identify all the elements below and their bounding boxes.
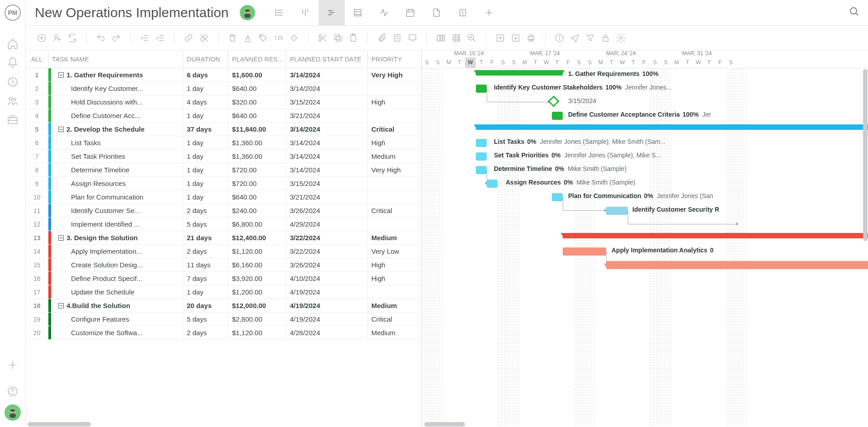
- row-start[interactable]: 3/21/2024: [286, 190, 368, 204]
- task-row[interactable]: 17Update the Schedule1 day$1,200.004/19/…: [26, 285, 421, 299]
- task-row[interactable]: 11Identify Customer Se...2 days$240.003/…: [26, 204, 421, 218]
- tb-import-icon[interactable]: [493, 31, 507, 45]
- view-tab-sheet[interactable]: [345, 0, 371, 25]
- row-priority[interactable]: High: [368, 95, 421, 109]
- summary-bar[interactable]: [563, 233, 868, 238]
- tb-unlink-icon[interactable]: [197, 31, 211, 45]
- task-row[interactable]: 7Set Task Priorities1 day$1,360.003/14/2…: [26, 150, 421, 163]
- row-priority[interactable]: High: [368, 272, 421, 285]
- tb-copy-icon[interactable]: [331, 31, 345, 45]
- view-tab-calendar[interactable]: [397, 0, 423, 25]
- tb-comment-icon[interactable]: [406, 31, 419, 45]
- gantt-row[interactable]: List Tasks0%Jennifer Jones (Sample), Mik…: [422, 136, 868, 150]
- tb-filter-icon[interactable]: [583, 31, 597, 45]
- row-cost[interactable]: $1,120.00: [228, 326, 286, 339]
- row-priority[interactable]: Critical: [368, 204, 421, 217]
- row-cost[interactable]: $1,120.00: [228, 245, 286, 258]
- tb-number-icon[interactable]: [272, 31, 285, 45]
- row-priority[interactable]: Medium: [368, 231, 421, 244]
- row-start[interactable]: 3/14/2024: [286, 163, 368, 176]
- gantt-row[interactable]: [422, 123, 868, 136]
- grid-h-scroll[interactable]: [26, 422, 421, 427]
- gantt-row[interactable]: [422, 326, 868, 340]
- row-start[interactable]: 3/14/2024: [286, 123, 368, 136]
- row-duration[interactable]: 7 days: [183, 272, 228, 285]
- gantt-row[interactable]: Determine Timeline0%Mike Smith (Sample): [422, 163, 868, 177]
- task-row[interactable]: 20Customize the Softwa...2 days$1,120.00…: [26, 326, 421, 340]
- row-start[interactable]: 3/14/2024: [286, 68, 368, 81]
- collapse-icon[interactable]: −: [58, 303, 64, 308]
- task-bar[interactable]: [487, 180, 498, 188]
- tb-textcolor-icon[interactable]: [241, 31, 255, 45]
- row-name[interactable]: Update the Schedule: [48, 285, 183, 299]
- row-priority[interactable]: High: [368, 136, 421, 149]
- row-name[interactable]: Implement Identified ...: [48, 218, 183, 231]
- task-bar[interactable]: [476, 166, 487, 174]
- row-cost[interactable]: $3,920.00: [228, 272, 286, 285]
- row-start[interactable]: 3/26/2024: [286, 204, 368, 217]
- col-start[interactable]: PLANNED START DATE: [286, 50, 368, 68]
- col-priority[interactable]: PRIORITY: [368, 50, 421, 68]
- view-tab-risk[interactable]: [450, 0, 476, 25]
- gantt-row[interactable]: 1. Gather Requirements100%: [422, 68, 868, 82]
- tb-indent-icon[interactable]: [153, 31, 167, 45]
- row-priority[interactable]: Critical: [368, 123, 421, 136]
- row-cost[interactable]: $1,360.00: [228, 136, 286, 149]
- row-duration[interactable]: 5 days: [183, 313, 228, 326]
- task-bar[interactable]: [606, 207, 628, 215]
- gantt-row[interactable]: 3/15/2024: [422, 95, 868, 109]
- row-duration[interactable]: 4 days: [183, 95, 228, 109]
- row-duration[interactable]: 21 days: [183, 231, 228, 244]
- row-cost[interactable]: $11,840.00: [228, 123, 286, 136]
- tb-undo-icon[interactable]: [94, 31, 108, 45]
- row-cost[interactable]: $2,800.00: [228, 313, 286, 326]
- row-duration[interactable]: 1 day: [183, 285, 228, 299]
- row-duration[interactable]: 11 days: [183, 258, 228, 271]
- row-duration[interactable]: 2 days: [183, 326, 228, 339]
- view-tab-board[interactable]: [292, 0, 318, 25]
- row-start[interactable]: 3/21/2024: [286, 109, 368, 122]
- gantt-row[interactable]: [422, 299, 868, 313]
- task-bar[interactable]: [476, 139, 487, 147]
- tb-clipboard-icon[interactable]: [346, 31, 360, 45]
- gantt-row[interactable]: Plan for Communication0%Jennifer Jones (…: [422, 190, 868, 204]
- tb-zoom-icon[interactable]: [465, 31, 479, 45]
- row-priority[interactable]: [368, 285, 421, 299]
- row-cost[interactable]: $320.00: [228, 95, 286, 109]
- row-start[interactable]: 3/26/2024: [286, 258, 368, 271]
- view-tab-status[interactable]: [371, 0, 397, 25]
- row-start[interactable]: 3/22/2024: [286, 231, 368, 244]
- milestone-icon[interactable]: [548, 95, 559, 107]
- row-cost[interactable]: $12,400.00: [228, 231, 286, 244]
- row-duration[interactable]: 1 day: [183, 109, 228, 122]
- task-row[interactable]: 19Configure Features5 days$2,800.004/19/…: [26, 313, 421, 326]
- tb-send-icon[interactable]: [568, 31, 582, 45]
- row-duration[interactable]: 2 days: [183, 204, 228, 217]
- row-name[interactable]: Customize the Softwa...: [48, 326, 183, 339]
- row-duration[interactable]: 6 days: [183, 68, 228, 81]
- gantt-row[interactable]: [422, 218, 868, 231]
- plus-icon[interactable]: [7, 359, 19, 371]
- summary-bar[interactable]: [476, 70, 563, 76]
- tb-recur-icon[interactable]: [66, 31, 79, 45]
- clock-icon[interactable]: [7, 76, 19, 88]
- row-start[interactable]: 4/29/2024: [286, 218, 368, 231]
- task-row[interactable]: 16Define Product Specif...7 days$3,920.0…: [26, 272, 421, 285]
- row-cost[interactable]: $720.00: [228, 163, 286, 176]
- gantt-row[interactable]: [422, 258, 868, 272]
- tb-export-icon[interactable]: [509, 31, 522, 45]
- row-duration[interactable]: 5 days: [183, 218, 228, 231]
- row-priority[interactable]: Medium: [368, 299, 421, 312]
- gantt-row[interactable]: Identify Customer Security R: [422, 204, 868, 218]
- tb-lock-icon[interactable]: [599, 31, 612, 45]
- row-duration[interactable]: 1 day: [183, 190, 228, 204]
- gantt-v-scroll[interactable]: [863, 68, 868, 422]
- gantt-row[interactable]: [422, 272, 868, 285]
- row-start[interactable]: 3/15/2024: [286, 95, 368, 109]
- row-duration[interactable]: 1 day: [183, 82, 228, 95]
- gantt-h-scroll[interactable]: [422, 422, 868, 427]
- row-duration[interactable]: 1 day: [183, 136, 228, 149]
- view-tab-add[interactable]: [476, 0, 502, 25]
- row-name[interactable]: Define Product Specif...: [48, 272, 183, 285]
- row-priority[interactable]: Very High: [368, 163, 421, 176]
